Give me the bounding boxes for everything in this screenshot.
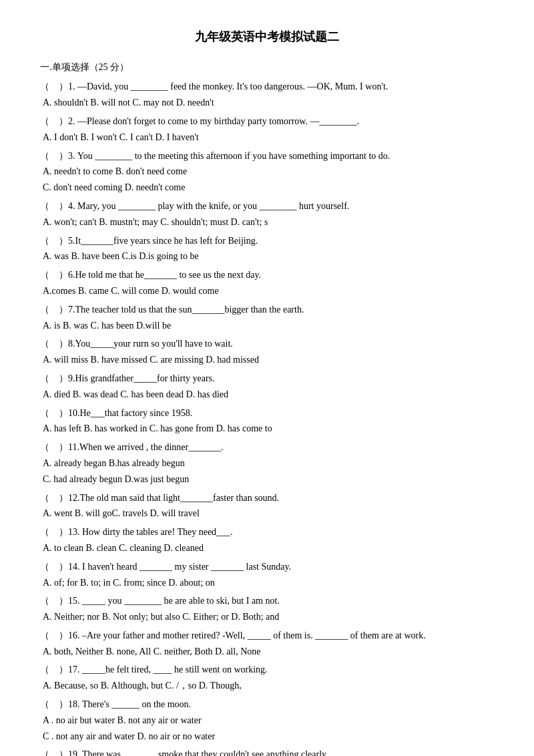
q5-stem: （ ）5.It_______five years since he has le…	[40, 233, 494, 249]
question-6: （ ）6.He told me that he_______ to see us…	[40, 267, 494, 299]
q8-stem: （ ）8.You_____your rurn so you'll have to…	[40, 336, 494, 352]
question-12: （ ）12.The old man said that light_______…	[40, 490, 494, 522]
section-header: 一.单项选择（25 分）	[40, 59, 494, 75]
q11-optionC: C. had already begun D.was just begun	[43, 471, 494, 488]
question-15: （ ）15. _____ you ________ he are able to…	[40, 593, 494, 625]
q7-stem: （ ）7.The teacher told us that the sun___…	[40, 302, 494, 318]
question-11: （ ）11.When we arrived , the dinner______…	[40, 439, 494, 487]
q14-options: A. of; for B. to; in C. from; since D. a…	[43, 575, 494, 591]
q13-options: A. to clean B. clean C. cleaning D. clea…	[43, 540, 494, 556]
question-14: （ ）14. I haven't heard _______ my sister…	[40, 559, 494, 591]
q2-options: A. I don't B. I won't C. I can't D. I ha…	[43, 130, 494, 146]
q17-stem: （ ）17. _____he felt tired, ____ he still…	[40, 662, 494, 678]
question-9: （ ）9.His grandfather_____for thirty year…	[40, 371, 494, 403]
question-3: （ ）3. You ________ to the meeting this a…	[40, 148, 494, 196]
q1-bracket: （ ）1. —David, you ________ feed the monk…	[40, 79, 494, 95]
q11-optionA: A. already began B.has already begun	[43, 455, 494, 471]
q16-options: A. both, Neither B. none, All C. neither…	[43, 644, 494, 660]
question-16: （ ）16. –Are your father and mother retir…	[40, 628, 494, 660]
q10-options: A. has left B. has worked in C. has gone…	[43, 421, 494, 437]
question-17: （ ）17. _____he felt tired, ____ he still…	[40, 662, 494, 694]
q3-optionC: C. don't need coming D. needn't come	[43, 180, 494, 196]
q5-options: A. was B. have been C.is D.is going to b…	[43, 248, 494, 264]
q14-stem: （ ）14. I haven't heard _______ my sister…	[40, 559, 494, 575]
question-1: （ ）1. —David, you ________ feed the monk…	[40, 79, 494, 111]
q16-stem: （ ）16. –Are your father and mother retir…	[40, 628, 494, 644]
q9-stem: （ ）9.His grandfather_____for thirty year…	[40, 371, 494, 387]
q3-stem: （ ）3. You ________ to the meeting this a…	[40, 148, 494, 164]
q9-options: A. died B. was dead C. has been dead D. …	[43, 387, 494, 403]
question-10: （ ）10.He___that factory since 1958. A. h…	[40, 405, 494, 437]
q12-stem: （ ）12.The old man said that light_______…	[40, 490, 494, 506]
q17-options: A. Because, so B. Although, but C. /，so …	[43, 678, 494, 694]
q4-stem: （ ）4. Mary, you ________ play with the k…	[40, 198, 494, 214]
q1-options: A. shouldn't B. will not C. may not D. n…	[43, 95, 494, 111]
question-19: （ ）19. There was _______ smoke that they…	[40, 747, 494, 756]
q3-optionA: A. needn't to come B. don't need come	[43, 164, 494, 180]
q19-stem: （ ）19. There was _______ smoke that they…	[40, 747, 494, 756]
question-8: （ ）8.You_____your rurn so you'll have to…	[40, 336, 494, 368]
q18-optionA: A . no air but water B. not any air or w…	[43, 713, 494, 729]
q11-stem: （ ）11.When we arrived , the dinner______…	[40, 439, 494, 455]
question-18: （ ）18. There's ______ on the moon. A . n…	[40, 697, 494, 744]
question-2: （ ）2. —Please don't forget to come to my…	[40, 114, 494, 146]
question-4: （ ）4. Mary, you ________ play with the k…	[40, 198, 494, 230]
q15-options: A. Neither; nor B. Not only; but also C.…	[43, 609, 494, 625]
q12-options: A. went B. will goC. travels D. will tra…	[43, 506, 494, 522]
q18-stem: （ ）18. There's ______ on the moon.	[40, 697, 494, 713]
q7-options: A. is B. was C. has been D.will be	[43, 318, 494, 334]
question-5: （ ）5.It_______five years since he has le…	[40, 233, 494, 265]
page-title: 九年级英语中考模拟试题二	[40, 27, 494, 47]
q2-stem: （ ）2. —Please don't forget to come to my…	[40, 114, 494, 130]
q6-options: A.comes B. came C. will come D. would co…	[43, 283, 494, 299]
q10-stem: （ ）10.He___that factory since 1958.	[40, 405, 494, 421]
q15-stem: （ ）15. _____ you ________ he are able to…	[40, 593, 494, 609]
q18-optionC: C . not any air and water D. no air or n…	[43, 729, 494, 745]
questions-container: （ ）1. —David, you ________ feed the monk…	[40, 79, 494, 756]
question-7: （ ）7.The teacher told us that the sun___…	[40, 302, 494, 334]
q4-options: A. won't; can't B. mustn't; may C. shoul…	[43, 214, 494, 230]
question-13: （ ）13. How dirty the tables are! They ne…	[40, 524, 494, 556]
q6-stem: （ ）6.He told me that he_______ to see us…	[40, 267, 494, 283]
q8-options: A. will miss B. have missed C. are missi…	[43, 352, 494, 368]
q13-stem: （ ）13. How dirty the tables are! They ne…	[40, 524, 494, 540]
